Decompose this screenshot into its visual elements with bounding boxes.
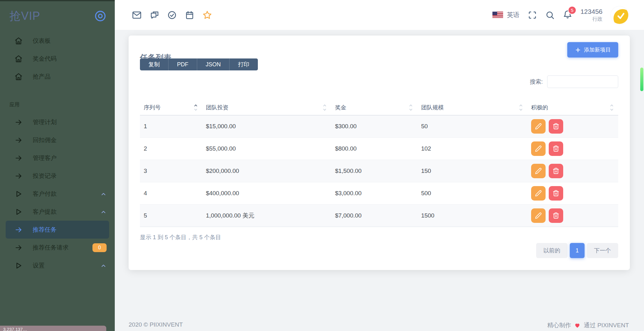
menu-pin-toggle[interactable] (94, 10, 107, 22)
user-menu[interactable]: 123456 行政 (580, 8, 602, 22)
arrow-right-icon (14, 172, 23, 180)
cell-bonus: $7,000.00 (331, 212, 417, 219)
avatar[interactable] (611, 6, 628, 24)
sidebar-item-label: 奖金代码 (33, 55, 107, 63)
delete-button[interactable] (549, 208, 563, 223)
edit-button[interactable] (531, 141, 546, 156)
cell-serial: 1 (140, 123, 202, 130)
mail-shortcut-button[interactable] (132, 10, 142, 20)
app-logo[interactable]: 抢VIP (9, 8, 40, 24)
cell-actions (527, 186, 618, 201)
search-input[interactable] (547, 75, 618, 88)
pdf-button[interactable]: PDF (169, 58, 197, 70)
star-icon (203, 10, 212, 20)
sidebar-item-referral-tasks[interactable]: 推荐任务 (6, 221, 109, 239)
sidebar-item-rebate-commission[interactable]: 回扣佣金 (0, 131, 115, 149)
add-new-item-label: 添加新项目 (584, 46, 611, 53)
json-button[interactable]: JSON (197, 58, 230, 70)
pagination-previous-button[interactable]: 以前的 (536, 243, 568, 258)
print-button[interactable]: 打印 (230, 58, 258, 70)
column-header-team-size[interactable]: 团队规模 (417, 104, 527, 111)
table-row: 4 $400,000.00 $3,000.00 500 (140, 182, 618, 205)
column-header-serial[interactable]: 序列号 (140, 104, 202, 111)
sort-icons (194, 104, 198, 111)
delete-button[interactable] (549, 119, 563, 134)
fullscreen-button[interactable] (528, 10, 537, 20)
pencil-icon (535, 190, 542, 197)
table-header-row: 序列号 团队投资 奖金 (140, 100, 618, 115)
delete-button[interactable] (549, 141, 563, 156)
avatar-check-icon (616, 11, 626, 21)
sidebar-item-manage-plans[interactable]: 管理计划 (0, 113, 115, 131)
language-label: 英语 (507, 11, 519, 19)
cell-team-size: 1500 (417, 212, 527, 219)
sidebar-item-bonus-code[interactable]: 奖金代码 (0, 50, 115, 68)
us-flag-icon (492, 12, 503, 19)
sidebar-item-investment-records[interactable]: 投资记录 (0, 167, 115, 185)
column-header-active[interactable]: 积极的 (527, 104, 618, 111)
sidebar-item-dashboard[interactable]: 仪表板 (0, 32, 115, 50)
delete-button[interactable] (549, 186, 563, 201)
favorites-button[interactable] (203, 10, 212, 20)
sidebar-item-settings[interactable]: 设置 (0, 257, 115, 274)
sidebar-item-label: 投资记录 (33, 172, 107, 180)
column-header-investment[interactable]: 团队投资 (202, 104, 331, 111)
language-selector[interactable]: 英语 (492, 11, 519, 19)
cell-actions (527, 208, 618, 223)
sort-icons (610, 104, 614, 111)
arrow-right-icon (14, 118, 23, 126)
sort-desc-icon (194, 108, 198, 111)
sort-desc-icon (409, 108, 413, 111)
sidebar-item-client-payments[interactable]: 客户付款 (0, 185, 115, 203)
trash-icon (552, 123, 559, 130)
tasks-table: 序列号 团队投资 奖金 (140, 100, 618, 227)
scrollbar-thumb[interactable] (640, 68, 643, 91)
footer-credit: 精心制作 通过 PIXINVENT (547, 321, 629, 329)
notifications: 5 (563, 10, 572, 20)
pencil-icon (535, 145, 542, 152)
edit-button[interactable] (531, 208, 546, 223)
home-icon (14, 73, 23, 81)
table-row: 2 $55,000.00 $800.00 102 (140, 138, 618, 160)
sidebar-item-label: 推荐任务 (33, 226, 103, 234)
search-button[interactable] (545, 10, 555, 20)
pencil-icon (535, 123, 542, 130)
column-header-bonus[interactable]: 奖金 (331, 104, 417, 111)
sidebar-item-client-withdrawals[interactable]: 客户提款 (0, 203, 115, 221)
copy-button[interactable]: 复制 (140, 58, 169, 70)
edit-button[interactable] (531, 119, 546, 134)
pagination-page-1-button[interactable]: 1 (570, 243, 585, 258)
add-new-item-button[interactable]: 添加新项目 (567, 42, 618, 58)
sidebar-item-referral-task-requests[interactable]: 推荐任务请求 0 (0, 239, 115, 257)
cell-actions (527, 141, 618, 156)
cell-serial: 3 (140, 168, 202, 174)
cell-actions (527, 119, 618, 134)
chat-shortcut-button[interactable] (150, 10, 159, 20)
trash-icon (552, 145, 559, 152)
maximize-icon (528, 10, 537, 20)
topbar: 英语 5 123456 行政 (115, 0, 644, 30)
sidebar: 抢VIP 仪表板 奖金代码 抢产品 应用 (0, 0, 115, 331)
plus-icon (575, 47, 581, 53)
cell-bonus: $3,000.00 (331, 190, 417, 197)
trash-icon (552, 190, 559, 197)
chat-icon (150, 10, 159, 20)
sidebar-item-grab-product[interactable]: 抢产品 (0, 68, 115, 86)
chevron-up-icon (100, 209, 107, 215)
sidebar-item-label: 管理计划 (33, 118, 107, 126)
edit-button[interactable] (531, 186, 546, 201)
cell-team-size: 500 (417, 190, 527, 197)
calendar-shortcut-button[interactable] (185, 10, 194, 20)
edit-button[interactable] (531, 164, 546, 178)
todo-shortcut-button[interactable] (167, 10, 177, 20)
arrow-right-icon (14, 226, 23, 234)
cell-serial: 2 (140, 145, 202, 152)
trash-icon (552, 168, 559, 174)
table-row: 3 $200,000.00 $1,500.00 150 (140, 160, 618, 182)
pagination-next-button[interactable]: 下一个 (587, 243, 618, 258)
task-list-card: 任务列表 复制 PDF JSON 打印 添加新项目 搜索: 序列号 (129, 36, 630, 270)
cell-investment: $55,000.00 (202, 145, 331, 152)
cell-investment: 1,000,000.00 美元 (202, 212, 331, 220)
delete-button[interactable] (549, 164, 563, 178)
sidebar-item-manage-clients[interactable]: 管理客户 (0, 149, 115, 167)
